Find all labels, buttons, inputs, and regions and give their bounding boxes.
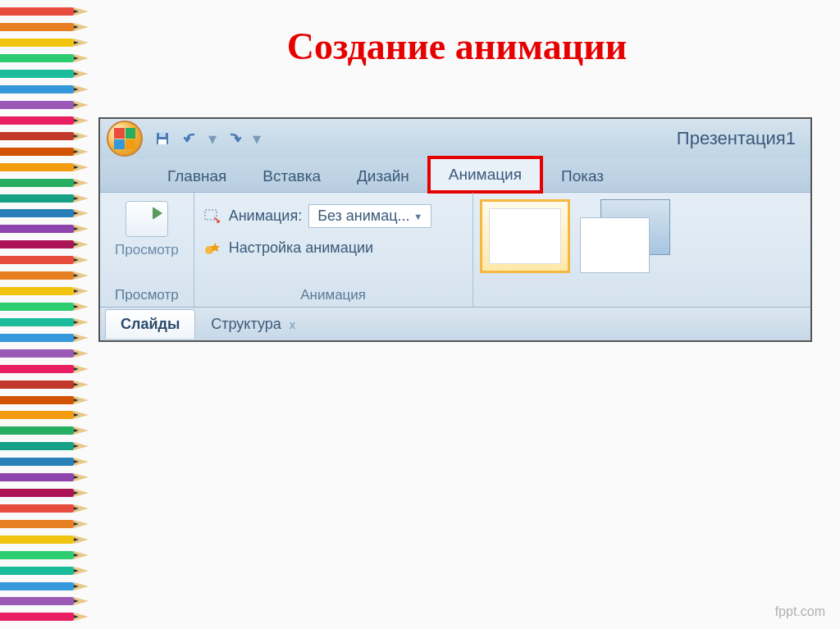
- office-button[interactable]: [107, 121, 143, 157]
- animation-select-icon: [203, 208, 222, 225]
- undo-button[interactable]: [179, 127, 202, 150]
- pencil-border: [0, 0, 94, 629]
- animation-label: Анимация:: [229, 207, 303, 225]
- slide-title: Создание анимации: [98, 25, 815, 68]
- save-icon: [155, 131, 170, 146]
- chevron-down-icon: ▼: [413, 212, 422, 221]
- ribbon-tabs: Главная Вставка Дизайн Анимация Показ: [100, 158, 810, 193]
- title-bar: ▾ ▾ Презентация1: [100, 119, 810, 158]
- close-icon[interactable]: x: [290, 317, 296, 331]
- powerpoint-screenshot: ▾ ▾ Презентация1 Главная Вставка Дизайн …: [98, 117, 812, 342]
- tab-animation[interactable]: Анимация: [427, 156, 543, 194]
- custom-animation-icon: [203, 240, 222, 257]
- pane-tabs: Слайды Структура x: [100, 308, 810, 340]
- animation-selector-row: Анимация: Без анимац... ▼: [203, 204, 432, 228]
- transition-fade[interactable]: [580, 199, 670, 273]
- ribbon: Просмотр Просмотр Анимация:: [100, 193, 810, 308]
- animation-value: Без анимац...: [317, 207, 409, 225]
- svg-rect-1: [159, 133, 166, 137]
- animation-dropdown[interactable]: Без анимац... ▼: [308, 204, 431, 228]
- preview-button[interactable]: Просмотр: [108, 198, 185, 262]
- watermark: fppt.com: [775, 604, 825, 619]
- preview-label: Просмотр: [115, 242, 179, 258]
- animation-group-label: Анимация: [203, 284, 464, 307]
- tab-home[interactable]: Главная: [149, 161, 244, 192]
- svg-rect-2: [158, 139, 167, 144]
- undo-icon: [182, 132, 199, 145]
- qat-dropdown[interactable]: ▾: [253, 129, 261, 148]
- tab-insert[interactable]: Вставка: [244, 161, 339, 192]
- tab-slides-label: Слайды: [121, 316, 180, 333]
- office-logo-icon: [114, 128, 135, 149]
- preview-icon: [126, 201, 168, 237]
- tab-outline-label: Структура: [211, 316, 281, 333]
- custom-animation-button[interactable]: Настройка анимации: [203, 239, 432, 257]
- custom-animation-label: Настройка анимации: [229, 239, 373, 257]
- ribbon-group-animation: Анимация: Без анимац... ▼ Настройка аним…: [194, 193, 473, 307]
- tab-slides[interactable]: Слайды: [105, 309, 195, 339]
- slide-content: Создание анимации: [98, 25, 815, 604]
- tab-design[interactable]: Дизайн: [339, 161, 427, 192]
- quick-access-toolbar: ▾ ▾: [151, 127, 262, 150]
- qat-separator: ▾: [208, 129, 217, 148]
- ribbon-group-preview: Просмотр Просмотр: [100, 193, 194, 307]
- save-button[interactable]: [151, 127, 174, 150]
- redo-icon: [226, 132, 243, 145]
- tab-slideshow[interactable]: Показ: [543, 161, 622, 192]
- document-title: Презентация1: [677, 128, 804, 149]
- tab-outline[interactable]: Структура x: [195, 309, 311, 340]
- preview-group-label: Просмотр: [108, 284, 185, 307]
- transition-none[interactable]: [480, 199, 570, 273]
- redo-button[interactable]: [223, 127, 246, 150]
- ribbon-group-transitions: [473, 193, 810, 307]
